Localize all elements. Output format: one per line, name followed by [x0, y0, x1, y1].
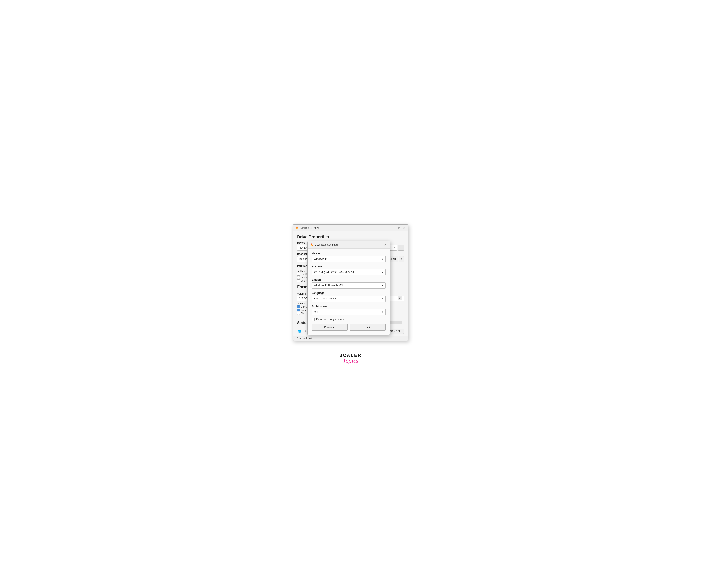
window-title: Rufus 3.20.1929: [300, 227, 318, 229]
rufus-window: 🔥 Rufus 3.20.1929 — □ ✕ Drive Properties…: [293, 224, 408, 341]
modal-title-left: 🔥 Download ISO Image: [310, 243, 338, 246]
title-bar-left: 🔥 Rufus 3.20.1929: [295, 226, 318, 230]
modal-architecture-label: Architecture: [312, 305, 386, 308]
info-icon[interactable]: ℹ: [303, 329, 308, 334]
browser-checkbox-label: Download using a browser: [316, 318, 345, 321]
drive-properties-title: Drive Properties: [297, 234, 404, 239]
modal-edition-dropdown[interactable]: Windows 11 Home/Pro/Edu ∨: [312, 282, 386, 288]
check-device-check[interactable]: [297, 312, 300, 315]
modal-download-button[interactable]: Download: [312, 324, 347, 331]
modal-language-dropdown[interactable]: English International ∨: [312, 296, 386, 302]
format-hide-label[interactable]: ▲ Hide: [297, 303, 305, 305]
modal-release-dropdown[interactable]: 22H2 v1 (Build 22621.525 - 2022.10) ∨: [312, 269, 386, 275]
modal-version-dropdown[interactable]: Windows 11 ∨: [312, 256, 386, 262]
scaler-logo: SCALER Topics: [339, 353, 362, 364]
modal-title: Download ISO Image: [315, 243, 338, 246]
browser-checkbox-row: Download using a browser: [312, 318, 386, 321]
rufus-icon: 🔥: [295, 226, 299, 230]
minimize-button[interactable]: —: [393, 226, 397, 230]
modal-language-label: Language: [312, 291, 386, 295]
version-chevron-icon: ∨: [382, 257, 383, 260]
device-chevron-icon: ∨: [394, 246, 395, 249]
device-settings-icon[interactable]: ⊞: [398, 245, 404, 250]
modal-title-bar: 🔥 Download ISO Image ✕: [308, 241, 390, 248]
close-button[interactable]: ✕: [402, 226, 406, 230]
modal-buttons: Download Back: [312, 324, 386, 331]
browser-checkbox[interactable]: [312, 318, 315, 321]
scaler-top-text: SCALER: [339, 353, 362, 358]
modal-version-label: Version: [312, 252, 386, 255]
filesystem-settings-icon[interactable]: ⊞: [398, 297, 402, 301]
modal-back-button[interactable]: Back: [350, 324, 386, 331]
scaler-bottom-text: Topics: [342, 358, 358, 364]
list-usb-check[interactable]: [297, 273, 300, 275]
language-chevron-icon: ∨: [382, 297, 383, 300]
download-iso-modal: 🔥 Download ISO Image ✕ Version Windows 1…: [307, 241, 390, 335]
modal-close-button[interactable]: ✕: [384, 243, 387, 247]
hide-label[interactable]: ▲ Hide: [297, 270, 305, 272]
check-device-label: Chec: [301, 312, 306, 315]
add-fixes-check[interactable]: [297, 276, 300, 279]
maximize-button[interactable]: □: [397, 226, 401, 230]
modal-icon: 🔥: [310, 243, 313, 246]
architecture-chevron-icon: ∨: [382, 311, 383, 313]
download-split-button[interactable]: ▼: [399, 256, 404, 262]
quick-format-check[interactable]: [297, 306, 300, 308]
device-found: 1 device found: [293, 336, 408, 341]
modal-content: Version Windows 11 ∨ Release 22H2 v1 (Bu…: [308, 248, 390, 335]
use-rufus-check[interactable]: [297, 279, 300, 282]
globe-icon[interactable]: 🌐: [297, 329, 302, 334]
modal-edition-label: Edition: [312, 278, 386, 281]
create-extended-check[interactable]: [297, 309, 300, 312]
title-bar-controls: — □ ✕: [393, 226, 406, 230]
title-bar: 🔥 Rufus 3.20.1929 — □ ✕: [293, 225, 408, 231]
edition-chevron-icon: ∨: [382, 284, 383, 287]
release-chevron-icon: ∨: [382, 271, 383, 274]
modal-release-label: Release: [312, 265, 386, 268]
create-extended-label: Creat: [301, 309, 306, 311]
status-title: Statu: [297, 321, 306, 325]
modal-architecture-dropdown[interactable]: x64 ∨: [312, 309, 386, 315]
screenshot-wrapper: 🔥 Rufus 3.20.1929 — □ ✕ Drive Properties…: [278, 224, 423, 364]
